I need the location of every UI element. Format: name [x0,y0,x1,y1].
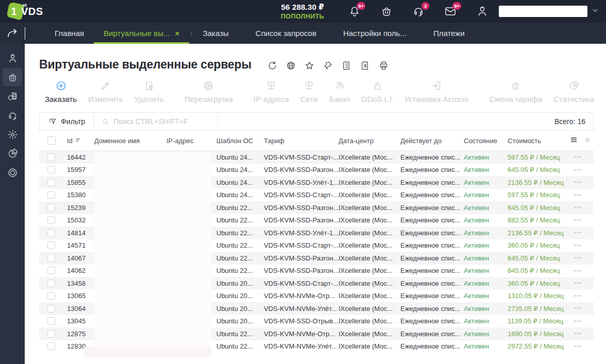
column-header-valid-until[interactable]: Действует до [400,137,464,145]
globe-button[interactable] [284,59,298,72]
topup-link[interactable]: ПОПОЛНИТЬ [281,13,324,20]
column-header-cost[interactable]: Стоимость [508,137,570,145]
edit-button[interactable]: Изменить [82,80,129,103]
install-acronis-button[interactable]: Установка Acronis [398,80,474,103]
favorite-button[interactable] [302,59,316,72]
basket-icon [380,5,393,18]
row-checkbox[interactable] [39,229,67,237]
sidebar-item-services[interactable] [3,163,22,182]
delete-button[interactable]: Удалить [129,80,170,103]
row-checkbox[interactable] [39,342,67,350]
sidebar-item-support[interactable] [3,106,22,125]
row-menu-button[interactable]: ••• [570,180,594,185]
mail-badge: 9+ [452,2,461,10]
row-menu-button[interactable]: ••• [570,281,594,286]
row-menu-button[interactable]: ••• [570,293,594,299]
excel-export-button[interactable] [358,59,372,72]
sidebar-item-settings[interactable] [3,125,22,144]
tab-orders[interactable]: Заказы [193,23,239,44]
tab-virtual-servers[interactable]: Виртуальные вы... × [94,23,189,44]
account-menu-button[interactable] [592,7,599,16]
row-checkbox[interactable] [39,267,67,274]
sidebar-item-statistics[interactable] [3,144,22,163]
pin-button[interactable] [321,59,335,72]
log-button[interactable] [340,59,354,72]
row-checkbox[interactable] [39,166,67,174]
row-menu-button[interactable]: ••• [570,255,594,261]
column-header-tariff[interactable]: Тариф [264,137,339,145]
column-header-os[interactable]: Шаблон ОС [216,137,264,145]
logo-superscript: st [23,3,27,8]
history-button[interactable]: ? История [600,80,606,103]
column-header-id[interactable]: Id [67,137,94,145]
row-valid-until: Ежедневное спис... [400,280,464,287]
profile-button[interactable] [476,5,489,18]
row-menu-button[interactable]: ••• [570,218,594,223]
column-header-domain[interactable]: Доменное имя [94,137,166,145]
row-datacenter: IXcellerate (Мос... [339,305,400,313]
tab-payments[interactable]: Платежи [424,23,475,44]
tab-user-settings[interactable]: Настройки поль... [333,23,416,44]
row-menu-button[interactable]: ••• [570,243,594,248]
sidebar-item-products[interactable] [3,68,22,86]
table-settings-button[interactable] [584,136,591,145]
refresh-button[interactable] [265,59,279,72]
row-menu-button[interactable]: ••• [570,306,594,311]
tab-label: Виртуальные вы... [104,29,170,38]
row-datacenter: IXcellerate (Мос... [339,166,400,174]
change-tariff-button[interactable]: Смена тарифа [484,80,548,103]
backup-button[interactable]: Бэкап [324,80,356,103]
row-checkbox[interactable] [39,216,67,224]
row-menu-button[interactable]: ••• [570,167,594,172]
row-checkbox[interactable] [39,179,67,186]
print-button[interactable] [377,59,391,72]
tab-home[interactable]: Главная [45,23,94,44]
support-button[interactable]: 3 [412,5,425,18]
firstvds-logo[interactable]: 1 st VDS [6,2,43,21]
row-checkbox[interactable] [39,330,67,338]
row-menu-button[interactable]: ••• [570,331,594,336]
row-checkbox[interactable] [39,317,67,325]
select-all-checkbox[interactable] [47,136,56,145]
column-header-ip[interactable]: IP-адрес [166,137,216,145]
username-redacted-field[interactable] [499,6,587,17]
sidebar-item-finance[interactable] [3,87,22,106]
ip-addresses-button[interactable]: IP IP-адреса [248,80,295,103]
column-header-status[interactable]: Состояние [464,137,508,145]
row-menu-button[interactable]: ••• [570,154,594,160]
row-menu-button[interactable]: ••• [570,268,594,273]
row-checkbox[interactable] [39,241,67,249]
row-id: 12875 [67,330,94,338]
columns-menu-button[interactable] [570,136,578,145]
row-checkbox[interactable] [39,305,67,313]
ddos-l7-button[interactable]: DDoS L7 [356,80,399,103]
filter-button[interactable]: Фильтр [40,113,94,130]
row-checkbox[interactable] [39,204,67,212]
row-status: Активен [464,292,508,300]
notifications-button[interactable]: 9+ [348,5,361,18]
row-checkbox[interactable] [39,292,67,300]
row-menu-button[interactable]: ••• [570,319,594,324]
row-menu-button[interactable]: ••• [570,205,594,210]
row-os-template: Ubuntu 22... [216,204,264,212]
row-menu-button[interactable]: ••• [570,193,594,198]
statistics-button[interactable]: Статистика [548,80,600,103]
row-menu-button[interactable]: ••• [570,344,594,349]
tab-close-icon[interactable]: × [175,29,180,38]
row-checkbox[interactable] [39,280,67,287]
row-checkbox[interactable] [39,191,67,199]
networks-button[interactable]: IP Сети [295,80,324,103]
ip-network-icon: IP [266,80,277,91]
cart-button[interactable] [380,5,393,18]
row-menu-button[interactable]: ••• [570,230,594,235]
row-checkbox[interactable] [39,153,67,161]
tab-request-list[interactable]: Список запросов [246,23,326,44]
order-button[interactable]: Заказать [39,80,82,103]
sidebar-item-account[interactable] [3,49,22,67]
forward-arrow-button[interactable] [6,27,19,40]
mail-button[interactable]: 9+ [444,5,457,18]
column-header-datacenter[interactable]: Дата-центр [339,137,400,145]
search-input[interactable] [113,117,210,126]
restart-button[interactable]: Перезагрузка [179,80,239,103]
row-checkbox[interactable] [39,254,67,262]
